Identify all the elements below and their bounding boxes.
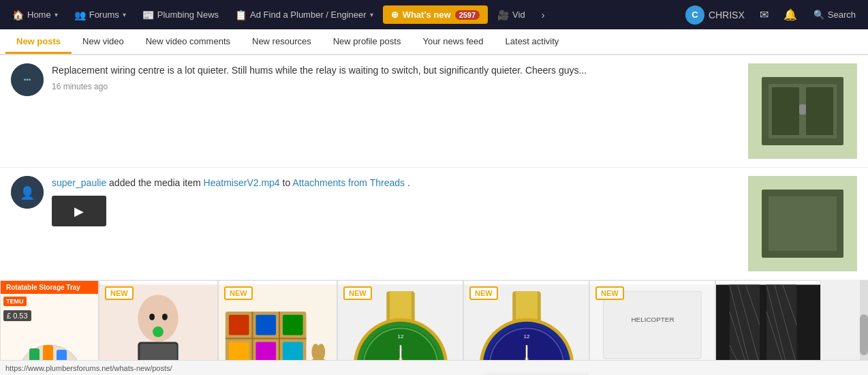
- post-item: ▪▪▪ Replacement wiring centre is a lot q…: [0, 55, 868, 168]
- media-thumb[interactable]: ▶: [52, 196, 106, 226]
- top-nav: 🏠 Home ▾ 👥 Forums ▾ 📰 Plumbing News 📋 Ad…: [0, 0, 868, 29]
- post-text: Replacement wiring centre is a lot quiet…: [52, 63, 740, 78]
- tab-new-resources[interactable]: New resources: [241, 31, 322, 54]
- svg-rect-36: [229, 315, 249, 335]
- svg-rect-82: [604, 291, 701, 359]
- media-link[interactable]: HeatmiserV2.mp4: [204, 177, 280, 188]
- whats-new-badge: 2597: [455, 10, 480, 20]
- new-badge-5: NEW: [595, 286, 624, 300]
- ad-arrow: ▾: [370, 11, 373, 18]
- content-area: ▪▪▪ Replacement wiring centre is a lot q…: [0, 55, 868, 280]
- svg-text:▪▪▪: ▪▪▪: [24, 76, 31, 83]
- status-bar: https://www.plumbersforums.net/whats-new…: [0, 360, 868, 375]
- tab-new-video-comments[interactable]: New video comments: [135, 31, 241, 54]
- temu-header: Rotatable Storage Tray: [1, 281, 98, 294]
- new-badge-3: NEW: [343, 286, 372, 300]
- tab-new-profile-posts[interactable]: New profile posts: [322, 31, 412, 54]
- nav-ad-find[interactable]: 📋 Ad Find a Plumber / Engineer ▾: [228, 5, 380, 25]
- post-text-2: super_paulie added the media item Heatmi…: [52, 176, 740, 190]
- search-btn[interactable]: 🔍 Search: [807, 5, 863, 24]
- nav-more[interactable]: ›: [535, 5, 552, 25]
- svg-point-23: [162, 314, 168, 320]
- plus-icon: ⊕: [391, 10, 399, 20]
- svg-point-46: [317, 344, 325, 360]
- nav-user[interactable]: C CHRISX: [680, 3, 750, 27]
- home-arrow: ▾: [55, 11, 58, 18]
- post-time: 16 minutes ago: [52, 82, 740, 91]
- nav-forums[interactable]: 👥 Forums ▾: [67, 5, 133, 25]
- news-icon: 📰: [142, 10, 154, 20]
- svg-rect-6: [806, 87, 833, 135]
- post-avatar-2: 👤: [11, 176, 44, 209]
- svg-text:12: 12: [398, 333, 404, 340]
- bell-icon[interactable]: 🔔: [778, 4, 803, 25]
- post-item: 👤 super_paulie added the media item Heat…: [0, 168, 868, 280]
- svg-rect-7: [799, 104, 806, 115]
- svg-rect-39: [229, 342, 249, 362]
- new-badge-4: NEW: [469, 286, 498, 300]
- temu-badge: TEMU: [3, 297, 27, 306]
- mail-icon[interactable]: ✉: [754, 4, 774, 25]
- status-url: https://www.plumbersforums.net/whats-new…: [5, 364, 172, 372]
- sub-nav: New posts New video New video comments N…: [0, 29, 868, 55]
- new-badge-1: NEW: [105, 286, 134, 300]
- tab-latest-activity[interactable]: Latest activity: [495, 31, 570, 54]
- more-icon: ›: [542, 10, 545, 20]
- tab-new-video[interactable]: New video: [72, 31, 135, 54]
- nav-plumbing-news[interactable]: 📰 Plumbing News: [136, 5, 226, 25]
- post-content-2: super_paulie added the media item Heatmi…: [52, 176, 740, 226]
- new-badge-2: NEW: [224, 286, 253, 300]
- tab-your-news-feed[interactable]: Your news feed: [412, 31, 494, 54]
- author-link[interactable]: super_paulie: [52, 177, 106, 188]
- svg-text:HELICOPTER: HELICOPTER: [631, 316, 674, 323]
- home-icon: 🏠: [12, 10, 24, 20]
- nav-whats-new[interactable]: ⊕ What's new 2597: [383, 5, 488, 24]
- sidebar-thumb-2: [748, 176, 857, 271]
- nav-home[interactable]: 🏠 Home ▾: [5, 5, 65, 25]
- nav-video[interactable]: 🎥 Vid: [491, 5, 532, 25]
- video-icon: 🎥: [497, 10, 509, 20]
- svg-rect-5: [772, 87, 799, 135]
- post-content: Replacement wiring centre is a lot quiet…: [52, 63, 740, 91]
- nav-right: C CHRISX ✉ 🔔 🔍 Search: [680, 3, 863, 27]
- svg-rect-40: [255, 342, 276, 362]
- temu-label: Rotatable Storage Tray: [6, 284, 80, 291]
- ad-icon: 📋: [235, 10, 247, 20]
- svg-rect-41: [283, 342, 303, 362]
- forums-icon: 👥: [74, 10, 86, 20]
- avatar: C: [685, 5, 704, 25]
- forums-arrow: ▾: [123, 11, 126, 18]
- play-icon: ▶: [74, 204, 84, 219]
- sidebar-thumb: [748, 63, 857, 159]
- temu-price: £ 0.53: [3, 310, 31, 321]
- svg-point-24: [153, 327, 164, 338]
- attachment-link[interactable]: Attachments from Threads: [292, 177, 405, 188]
- main-feed: ▪▪▪ Replacement wiring centre is a lot q…: [0, 55, 868, 280]
- svg-rect-37: [255, 315, 276, 335]
- svg-rect-12: [769, 196, 837, 251]
- tab-new-posts[interactable]: New posts: [5, 31, 72, 54]
- search-icon: 🔍: [813, 10, 824, 20]
- svg-point-22: [149, 314, 155, 320]
- post-avatar: ▪▪▪: [11, 63, 44, 96]
- svg-text:12: 12: [524, 333, 530, 340]
- scroll-thumb[interactable]: [860, 314, 868, 355]
- svg-rect-38: [283, 315, 303, 335]
- svg-text:👤: 👤: [20, 185, 35, 200]
